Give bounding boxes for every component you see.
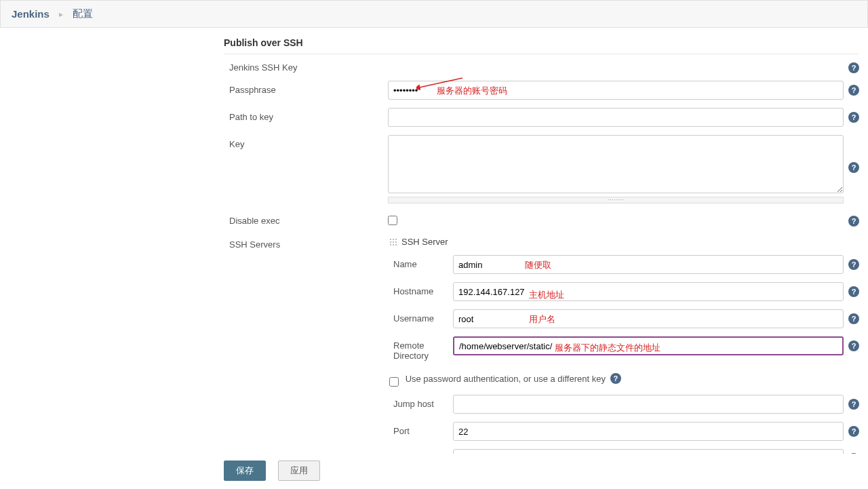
label-name: Name	[388, 255, 453, 269]
help-icon[interactable]: ?	[848, 162, 859, 173]
help-icon[interactable]: ?	[610, 373, 621, 384]
name-input[interactable]	[453, 255, 844, 274]
help-icon[interactable]: ?	[848, 85, 859, 96]
breadcrumb-root[interactable]: Jenkins	[12, 8, 50, 20]
label-key: Key	[224, 135, 388, 149]
label-use-password: Use password authentication, or use a di…	[406, 374, 606, 384]
label-jenkins-ssh-key: Jenkins SSH Key	[224, 58, 388, 73]
label-port: Port	[388, 422, 453, 436]
config-form: Publish over SSH Jenkins SSH Key ? Passp…	[224, 28, 868, 489]
ssh-server-heading: SSH Server	[401, 237, 448, 247]
resize-handle-icon[interactable]	[388, 197, 844, 203]
path-to-key-input[interactable]	[388, 108, 844, 127]
label-disable-exec: Disable exec	[224, 212, 388, 226]
help-icon[interactable]: ?	[848, 62, 859, 73]
username-input[interactable]	[453, 309, 844, 328]
button-bar: 保存 应用	[224, 454, 868, 489]
section-title-publish-over-ssh: Publish over SSH	[224, 35, 859, 54]
port-input[interactable]	[453, 422, 844, 441]
disable-exec-checkbox[interactable]	[388, 216, 397, 225]
help-icon[interactable]: ?	[848, 426, 859, 437]
use-password-checkbox[interactable]	[389, 377, 399, 387]
help-icon[interactable]: ?	[848, 286, 859, 297]
help-icon[interactable]: ?	[848, 399, 859, 410]
label-remote-directory: Remote Directory	[388, 336, 453, 361]
hostname-input[interactable]	[453, 282, 844, 301]
chevron-right-icon: ▸	[59, 9, 63, 19]
sidebar	[0, 28, 224, 489]
label-jump-host: Jump host	[388, 395, 453, 409]
help-icon[interactable]: ?	[848, 340, 859, 351]
label-passphrase: Passphrase	[224, 81, 388, 95]
label-ssh-servers: SSH Servers	[224, 235, 388, 250]
key-textarea[interactable]	[388, 135, 844, 193]
help-icon[interactable]: ?	[848, 259, 859, 270]
passphrase-input[interactable]	[388, 81, 844, 100]
remote-directory-input[interactable]	[453, 336, 844, 355]
label-hostname: Hostname	[388, 282, 453, 296]
breadcrumb-current: 配置	[73, 7, 93, 20]
save-button[interactable]: 保存	[224, 461, 266, 481]
drag-handle-icon[interactable]	[389, 238, 397, 246]
jump-host-input[interactable]	[453, 395, 844, 414]
label-path-to-key: Path to key	[224, 108, 388, 122]
apply-button[interactable]: 应用	[278, 461, 320, 481]
help-icon[interactable]: ?	[848, 112, 859, 123]
help-icon[interactable]: ?	[848, 313, 859, 324]
label-username: Username	[388, 309, 453, 324]
help-icon[interactable]: ?	[848, 216, 859, 227]
breadcrumb: Jenkins ▸ 配置	[0, 0, 868, 28]
